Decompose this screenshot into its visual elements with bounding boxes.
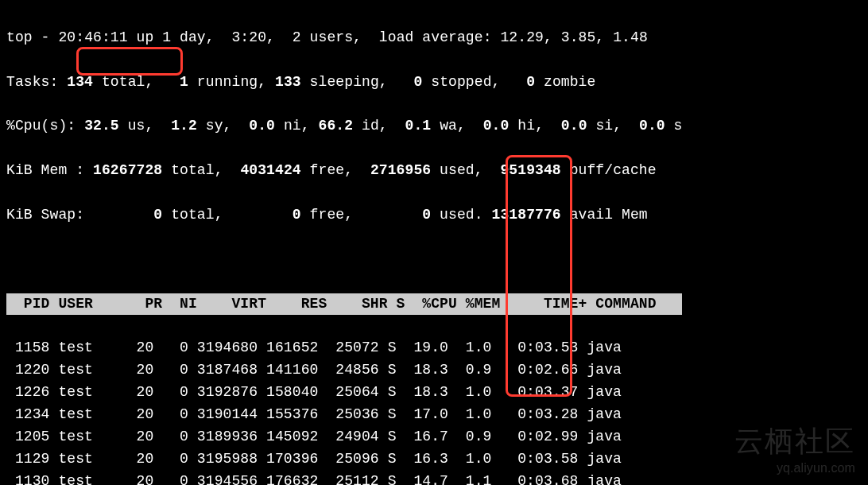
summary-line-mem: KiB Mem : 16267728 total, 4031424 free, … — [6, 160, 862, 182]
process-row: 1226 test 20 0 3192876 158040 25064 S 18… — [6, 382, 862, 404]
summary-line-uptime: top - 20:46:11 up 1 day, 3:20, 2 users, … — [6, 27, 862, 49]
watermark: 云栖社区 yq.aliyun.com — [734, 419, 855, 479]
blank-line — [6, 249, 862, 271]
process-row: 1220 test 20 0 3187468 141160 24856 S 18… — [6, 359, 862, 382]
summary-line-swap: KiB Swap: 0 total, 0 free, 0 used. 13187… — [6, 204, 862, 227]
process-row: 1129 test 20 0 3195988 170396 25096 S 16… — [6, 448, 862, 471]
process-row: 1234 test 20 0 3190144 155376 25036 S 17… — [6, 404, 862, 426]
watermark-title: 云栖社区 — [734, 419, 855, 464]
process-row: 1205 test 20 0 3189936 145092 24904 S 16… — [6, 426, 862, 448]
process-row: 1130 test 20 0 3194556 176632 25112 S 14… — [6, 471, 862, 485]
process-row: 1158 test 20 0 3194680 161652 25072 S 19… — [6, 337, 862, 359]
process-table-header: PID USER PR NI VIRT RES SHR S %CPU %MEM … — [6, 293, 862, 316]
summary-line-cpu: %Cpu(s): 32.5 us, 1.2 sy, 0.0 ni, 66.2 i… — [6, 115, 862, 138]
process-table-body: 1158 test 20 0 3194680 161652 25072 S 19… — [6, 337, 862, 485]
terminal-output: top - 20:46:11 up 1 day, 3:20, 2 users, … — [0, 0, 868, 485]
summary-line-tasks: Tasks: 134 total, 1 running, 133 sleepin… — [6, 72, 862, 94]
